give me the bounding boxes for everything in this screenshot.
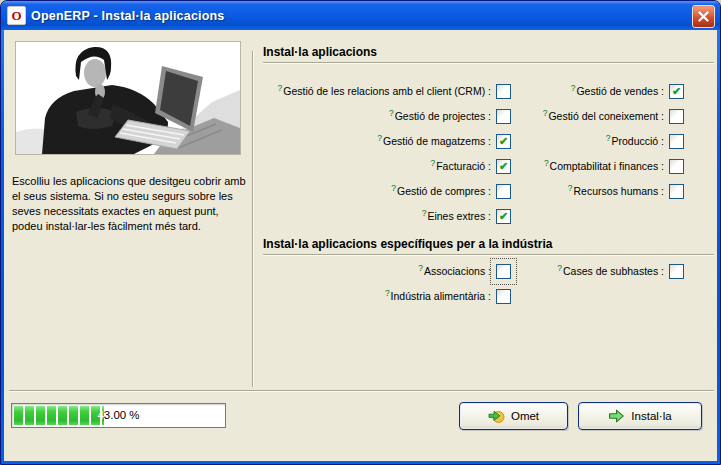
app-checkbox[interactable] (669, 264, 684, 279)
app-checkbox[interactable] (496, 184, 511, 199)
app-option-text: Gestió de vendes : (576, 83, 664, 99)
app-checkbox[interactable] (669, 184, 684, 199)
app-option-text: Facturació : (436, 158, 491, 174)
app-checkbox[interactable] (669, 134, 684, 149)
help-icon: ? (568, 180, 573, 196)
person-laptop-photo (15, 41, 241, 155)
person-laptop-illustration (16, 42, 240, 154)
app-option-text: Associacions : (424, 263, 491, 279)
app-checkbox[interactable]: ✔ (496, 134, 511, 149)
help-icon: ? (389, 105, 394, 121)
app-option-label: ?Associacions : (263, 263, 496, 279)
help-icon: ? (430, 155, 435, 171)
app-option-label (522, 208, 669, 224)
app-option-label: ?Gestió del coneixement : (522, 108, 669, 124)
app-option-text: Comptabilitat i finances : (550, 158, 664, 174)
app-option-label: ?Cases de subhastes : (522, 263, 669, 279)
help-icon: ? (391, 180, 396, 196)
app-option-text: Gestió de compres : (397, 183, 491, 199)
section-title-applications: Instal·la aplicacions (263, 45, 714, 63)
app-option-label: ?Gestió de compres : (263, 183, 496, 199)
app-checkbox[interactable] (496, 264, 511, 279)
applications-grid: ?Gestió de les relacions amb el client (… (263, 83, 695, 224)
skip-button[interactable]: Omet (459, 402, 568, 430)
app-checkbox[interactable]: ✔ (496, 209, 511, 224)
app-checkbox[interactable] (496, 84, 511, 99)
app-checkbox[interactable] (496, 289, 511, 304)
app-option-label (522, 288, 669, 304)
app-checkbox[interactable]: ✔ (669, 84, 684, 99)
app-option-label: ?Gestió de vendes : (522, 83, 669, 99)
app-option-label: ?Indústria alimentària : (263, 288, 496, 304)
app-option-label: ?Comptabilitat i finances : (522, 158, 669, 174)
install-button-label: Instal·la (631, 410, 671, 422)
openerp-logo-icon: O (7, 6, 26, 25)
app-option-text: Producció : (611, 133, 664, 149)
install-arrow-icon (608, 408, 625, 424)
progress-bar: 43.00 % 43.00 % (11, 403, 226, 428)
app-checkbox[interactable] (669, 159, 684, 174)
help-icon: ? (571, 80, 576, 96)
help-icon: ? (557, 260, 562, 276)
footer-separator (9, 390, 714, 392)
close-x-glyph (698, 11, 709, 22)
industry-grid: ?Associacions :?Cases de subhastes :?Ind… (263, 263, 695, 304)
app-option-text: Gestió de magatzems : (383, 133, 491, 149)
app-checkbox[interactable] (496, 109, 511, 124)
help-icon: ? (422, 205, 427, 221)
install-button[interactable]: Instal·la (578, 402, 702, 430)
vertical-separator (252, 51, 254, 387)
app-option-text: Cases de subhastes : (563, 263, 664, 279)
app-option-text: Gestió de les relacions amb el client (C… (283, 83, 491, 99)
app-option-text: Recursos humans : (574, 183, 664, 199)
app-option-label: ?Producció : (522, 133, 669, 149)
window-title: OpenERP - Instal·la aplicacions (31, 9, 225, 23)
dialog-window: O OpenERP - Instal·la aplicacions (0, 0, 721, 465)
skip-button-label: Omet (511, 410, 539, 422)
close-icon[interactable] (692, 5, 715, 28)
app-option-text: Indústria alimentària : (391, 288, 491, 304)
progress-fill: 43.00 % (14, 406, 104, 425)
app-option-label: ?Eines extres : (263, 208, 496, 224)
app-option-label: ?Gestió de les relacions amb el client (… (263, 83, 496, 99)
help-icon: ? (544, 155, 549, 171)
help-icon: ? (385, 285, 390, 301)
skip-icon (488, 408, 505, 424)
applications-panel: Instal·la aplicacions ?Gestió de les rel… (263, 45, 714, 304)
openerp-logo-letter: O (11, 9, 21, 22)
help-icon: ? (606, 130, 611, 146)
app-option-text: Eines extres : (427, 208, 491, 224)
help-icon: ? (377, 130, 382, 146)
titlebar[interactable]: O OpenERP - Instal·la aplicacions (1, 1, 720, 30)
section-industry: Instal·la aplicacions específiques per a… (263, 237, 714, 304)
app-option-text: Gestió de projectes : (395, 108, 491, 124)
help-icon: ? (543, 105, 548, 121)
progress-text-inverted: 43.00 % (14, 406, 104, 425)
help-icon: ? (418, 260, 423, 276)
app-option-label: ?Gestió de projectes : (263, 108, 496, 124)
app-option-label: ?Recursos humans : (522, 183, 669, 199)
progress-track: 43.00 % 43.00 % (14, 406, 223, 425)
app-option-label: ?Facturació : (263, 158, 496, 174)
app-option-text: Gestió del coneixement : (548, 108, 664, 124)
section-applications: Instal·la aplicacions ?Gestió de les rel… (263, 45, 714, 224)
section-title-industry: Instal·la aplicacions específiques per a… (263, 237, 714, 255)
help-icon: ? (278, 80, 283, 96)
app-checkbox[interactable] (669, 109, 684, 124)
app-option-label: ?Gestió de magatzems : (263, 133, 496, 149)
sidebar-description: Escolliu les aplicacions que desitgeu co… (12, 174, 250, 234)
app-checkbox[interactable]: ✔ (496, 159, 511, 174)
